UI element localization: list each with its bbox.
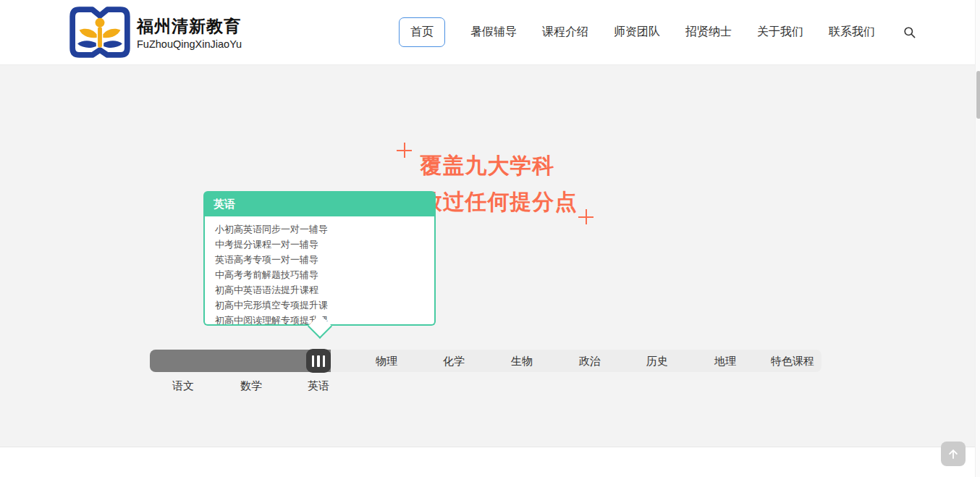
logo-subtitle: FuZhouQingXinJiaoYu <box>137 38 242 50</box>
course-item[interactable]: 初高中完形填空专项提升课 <box>215 297 424 313</box>
arrow-up-icon <box>947 447 960 460</box>
main-content: 覆盖九大学科 不放过任何提分点 英语 小初高英语同步一对一辅导中考提分课程一对一… <box>0 65 980 447</box>
scrollbar-thumb[interactable] <box>976 71 980 119</box>
page: 福州清新教育 FuZhouQingXinJiaoYu 首页暑假辅导课程介绍师资团… <box>0 0 980 477</box>
subject-tooltip-card: 英语 小初高英语同步一对一辅导中考提分课程一对一辅导英语高考专项一对一辅导中高考… <box>203 191 436 326</box>
logo[interactable]: 福州清新教育 FuZhouQingXinJiaoYu <box>69 6 242 59</box>
logo-title: 福州清新教育 <box>137 15 242 38</box>
subject-tab[interactable]: 生物 <box>511 350 533 372</box>
logo-book-icon <box>69 6 131 59</box>
subject-tab[interactable]: 化学 <box>443 350 465 372</box>
tooltip-title: 英语 <box>203 191 436 216</box>
scrollbar <box>975 0 980 477</box>
main-nav: 首页暑假辅导课程介绍师资团队招贤纳士关于我们联系我们 <box>399 17 875 47</box>
slider-handle[interactable] <box>306 349 331 373</box>
course-item[interactable]: 初高中英语语法提升课程 <box>215 282 424 297</box>
hero-line-2: 不放过任何提分点 <box>0 184 975 220</box>
search-icon[interactable] <box>903 25 916 39</box>
subject-tab[interactable]: 物理 <box>376 350 397 372</box>
course-item[interactable]: 小初高英语同步一对一辅导 <box>215 221 424 237</box>
subject-tab[interactable]: 数学 <box>240 377 262 394</box>
subject-tab[interactable]: 特色课程 <box>771 350 814 372</box>
header: 福州清新教育 FuZhouQingXinJiaoYu 首页暑假辅导课程介绍师资团… <box>0 0 980 65</box>
nav-item[interactable]: 课程介绍 <box>542 25 588 40</box>
back-to-top-button[interactable] <box>941 442 966 466</box>
course-item[interactable]: 中考提分课程一对一辅导 <box>215 237 424 252</box>
subject-tab[interactable]: 历史 <box>646 350 668 372</box>
hero-title: 覆盖九大学科 不放过任何提分点 <box>0 148 975 220</box>
footer <box>0 447 980 477</box>
hero-line-1: 覆盖九大学科 <box>0 148 975 184</box>
course-list: 小初高英语同步一对一辅导中考提分课程一对一辅导英语高考专项一对一辅导中高考考前解… <box>203 216 436 326</box>
nav-item[interactable]: 师资团队 <box>614 25 660 40</box>
subject-tab[interactable]: 英语 <box>308 377 329 394</box>
course-item[interactable]: 中高考考前解题技巧辅导 <box>215 267 424 282</box>
nav-item[interactable]: 联系我们 <box>829 25 875 40</box>
nav-item[interactable]: 首页 <box>399 17 445 47</box>
subject-tab[interactable]: 语文 <box>172 377 194 394</box>
subject-slider: 语文数学英语物理化学生物政治历史地理特色课程 <box>150 350 821 394</box>
slider-fill <box>150 350 331 372</box>
nav-item[interactable]: 暑假辅导 <box>470 25 517 40</box>
subject-tab[interactable]: 政治 <box>579 350 601 372</box>
nav-item[interactable]: 关于我们 <box>757 25 803 40</box>
nav-item[interactable]: 招贤纳士 <box>685 25 732 40</box>
subject-tab[interactable]: 地理 <box>714 350 736 372</box>
logo-text: 福州清新教育 FuZhouQingXinJiaoYu <box>137 15 242 50</box>
course-item[interactable]: 英语高考专项一对一辅导 <box>215 252 424 267</box>
